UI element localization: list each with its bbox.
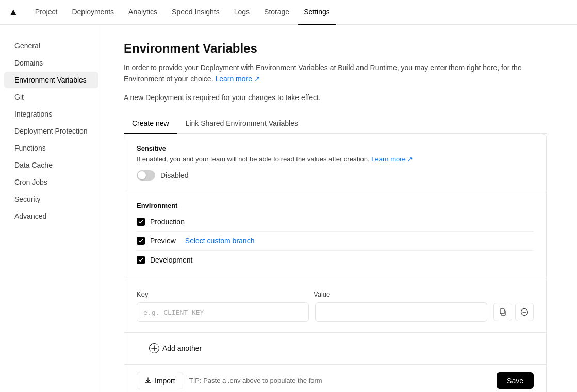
bottom-bar: Import TIP: Paste a .env above to popula… <box>124 364 546 392</box>
environment-label: Environment <box>137 202 534 209</box>
tab-create-new[interactable]: Create new <box>124 114 177 134</box>
svg-rect-1 <box>500 309 504 314</box>
toggle-knob <box>138 171 146 179</box>
add-icon <box>149 343 159 353</box>
development-label: Development <box>150 256 193 264</box>
main-content: Environment Variables In order to provid… <box>103 25 567 392</box>
copy-icon-button[interactable] <box>493 303 512 321</box>
tab-link-shared[interactable]: Link Shared Environment Variables <box>177 114 306 134</box>
key-input[interactable] <box>137 302 309 322</box>
import-icon <box>144 377 152 384</box>
kv-actions <box>493 303 534 321</box>
add-another-label: Add another <box>162 344 202 352</box>
page-title: Environment Variables <box>124 41 547 56</box>
check-icon <box>138 219 143 224</box>
sidebar-item-cron-jobs[interactable]: Cron Jobs <box>4 174 98 190</box>
sidebar-item-general[interactable]: General <box>4 38 98 54</box>
nav-speed-insights[interactable]: Speed Insights <box>166 0 226 25</box>
sidebar-item-advanced[interactable]: Advanced <box>4 208 98 224</box>
page-description: In order to provide your Deployment with… <box>124 62 547 85</box>
logo-icon: ▲ <box>8 6 19 18</box>
checkbox-row-preview: Preview Select custom branch <box>137 231 534 250</box>
import-button[interactable]: Import <box>137 372 183 389</box>
sidebar-item-data-cache[interactable]: Data Cache <box>4 157 98 173</box>
learn-more-link[interactable]: Learn more ↗ <box>215 75 260 83</box>
minus-circle-icon <box>520 308 529 316</box>
add-another-section: Add another <box>124 333 546 364</box>
check-icon <box>138 238 143 243</box>
remove-icon-button[interactable] <box>515 303 534 321</box>
sidebar-item-deployment-protection[interactable]: Deployment Protection <box>4 123 98 139</box>
sidebar-item-git[interactable]: Git <box>4 89 98 105</box>
preview-label: Preview <box>150 237 176 245</box>
tabs: Create new Link Shared Environment Varia… <box>124 114 547 134</box>
plus-icon <box>151 345 157 351</box>
sensitive-learn-more[interactable]: Learn more ↗ <box>371 155 413 163</box>
select-custom-branch-link[interactable]: Select custom branch <box>185 237 255 245</box>
checkbox-row-production: Production <box>137 213 534 231</box>
production-checkbox[interactable] <box>137 218 145 226</box>
kv-labels: Key Value <box>137 290 534 298</box>
sidebar-item-security[interactable]: Security <box>4 191 98 207</box>
sidebar-item-domains[interactable]: Domains <box>4 55 98 71</box>
add-another-button[interactable]: Add another <box>137 335 214 362</box>
nav-analytics[interactable]: Analytics <box>122 0 163 25</box>
sensitive-section: Sensitive If enabled, you and your team … <box>124 134 546 191</box>
sidebar-item-functions[interactable]: Functions <box>4 140 98 156</box>
toggle-state-label: Disabled <box>160 171 188 179</box>
sensitive-desc: If enabled, you and your team will not b… <box>137 155 534 163</box>
sidebar-item-environment-variables[interactable]: Environment Variables <box>4 72 98 88</box>
checkbox-row-development: Development <box>137 250 534 269</box>
value-input[interactable] <box>315 302 487 322</box>
nav-settings[interactable]: Settings <box>298 0 336 25</box>
top-nav: ▲ Project Deployments Analytics Speed In… <box>0 0 577 25</box>
sensitive-toggle[interactable] <box>137 170 155 181</box>
import-label: Import <box>155 377 175 385</box>
copy-icon <box>499 308 507 316</box>
check-icon <box>138 257 143 263</box>
sensitive-label: Sensitive <box>137 144 534 152</box>
form-card: Sensitive If enabled, you and your team … <box>124 134 547 392</box>
sidebar: General Domains Environment Variables Gi… <box>0 25 103 392</box>
key-label: Key <box>137 290 307 298</box>
kv-row <box>137 302 534 322</box>
toggle-row: Disabled <box>137 170 534 181</box>
nav-storage[interactable]: Storage <box>258 0 295 25</box>
environment-section: Environment Production Pr <box>124 191 546 280</box>
tip-text: TIP: Paste a .env above to populate the … <box>189 377 490 384</box>
nav-deployments[interactable]: Deployments <box>65 0 120 25</box>
value-label: Value <box>314 290 484 298</box>
kv-section: Key Value <box>124 280 546 333</box>
development-checkbox[interactable] <box>137 256 145 264</box>
sidebar-item-integrations[interactable]: Integrations <box>4 106 98 122</box>
preview-checkbox[interactable] <box>137 237 145 245</box>
nav-logs[interactable]: Logs <box>228 0 256 25</box>
deployment-notice: A new Deployment is required for your ch… <box>124 93 547 102</box>
nav-project[interactable]: Project <box>29 0 64 25</box>
save-button[interactable]: Save <box>497 372 534 389</box>
production-label: Production <box>150 218 185 226</box>
